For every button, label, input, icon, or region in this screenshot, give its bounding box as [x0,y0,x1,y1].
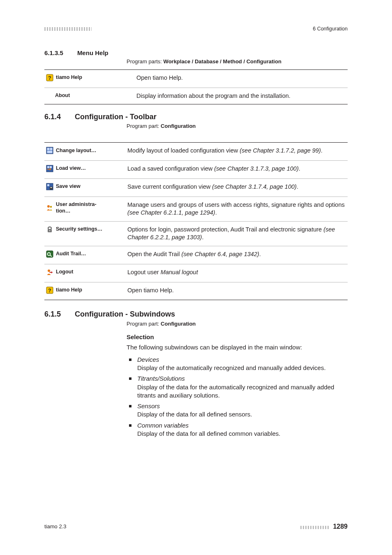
table-row: Save viewSave current configuration view… [44,178,348,197]
list-item-term: Sensors [137,402,348,410]
list-item: Titrants/SolutionsDisplay of the data fo… [136,375,348,400]
logout-icon [46,268,53,276]
toolbar-item-label: Change layout… [56,147,97,154]
list-item-term: Titrants/Solutions [137,375,348,383]
save-icon [46,183,53,190]
footer-product: tiamo 2.3 [44,523,66,530]
toolbar-item-label: Audit Trail… [56,250,86,257]
toolbar-item-desc: Open tiamo Help. [126,282,348,300]
toolbar-item-label: Security settings… [56,226,102,233]
heading-number: 6.1.5 [44,309,61,319]
toolbar-item-label: tiamo Help [56,287,82,294]
help-icon [46,287,53,294]
list-item: Common variablesDisplay of the data for … [136,421,348,438]
menu-item-desc: Open tiamo Help. [135,70,348,88]
program-part-line: Program part: Configuration [127,123,348,130]
toolbar-table: Change layout…Modify layout of loaded co… [44,143,348,300]
program-part-line: Program part: Configuration [127,320,348,328]
page-number: 1289 [333,523,348,530]
divider [44,300,348,300]
table-row: tiamo HelpOpen tiamo Help. [44,282,348,300]
menu-item-label: tiamo Help [56,74,82,81]
divider [44,104,348,104]
menu-item-label: About [55,92,70,98]
subwindow-list: DevicesDisplay of the automatically reco… [127,356,348,438]
menu-item-desc: Display information about the program an… [135,88,348,104]
table-row: Load view…Load a saved configuration vie… [44,160,348,178]
toolbar-item-desc: Open the Audit Trail (see Chapter 6.4, p… [126,246,348,264]
page-footer: tiamo 2.3 1289 [44,522,348,531]
page-header: 6 Configuration [44,25,348,32]
list-item-desc: Display of the data for all defined sens… [137,410,348,419]
program-parts-line: Program parts: Workplace / Database / Me… [127,58,348,65]
toolbar-item-desc: Logout user Manual logout [126,264,348,282]
heading-title: Menu Help [77,49,108,57]
table-row: Change layout…Modify layout of loaded co… [44,143,348,160]
table-row: User administra- tion…Manage users and g… [44,197,348,221]
table-row: Security settings…Options for login, pas… [44,221,348,246]
users-icon [46,204,53,211]
list-item: SensorsDisplay of the data for all defin… [136,402,348,419]
list-item-desc: Display of the automatically recognized … [137,364,348,372]
toolbar-item-label: Logout [56,268,73,275]
heading-615: 6.1.5 Configuration - Subwindows [44,309,348,319]
toolbar-item-desc: Modify layout of loaded configuration vi… [126,143,348,160]
header-ornament [44,27,92,31]
list-item-desc: Display of the data for all defined comm… [137,430,348,438]
heading-number: 6.1.4 [44,112,61,122]
heading-6135: 6.1.3.5 Menu Help [44,49,348,57]
table-row: tiamo Help Open tiamo Help. [44,70,348,88]
toolbar-item-desc: Options for login, password protection, … [126,221,348,246]
list-item: DevicesDisplay of the automatically reco… [136,356,348,372]
toolbar-item-desc: Save current configuration view (see Cha… [126,178,348,197]
toolbar-item-desc: Manage users and groups of users with ac… [126,197,348,221]
load-icon [46,165,53,172]
selection-heading: Selection [127,333,348,341]
heading-number: 6.1.3.5 [44,49,63,57]
list-item-term: Devices [137,356,348,364]
help-icon [46,74,53,81]
heading-614: 6.1.4 Configuration - Toolbar [44,112,348,122]
audit-icon [46,250,53,258]
toolbar-item-label: Save view [56,183,81,190]
heading-title: Configuration - Subwindows [75,309,175,319]
security-icon [46,226,53,233]
table-row: LogoutLogout user Manual logout [44,264,348,282]
footer-ornament [300,526,329,529]
header-chapter: 6 Configuration [313,25,348,32]
heading-title: Configuration - Toolbar [75,112,157,122]
toolbar-item-label: User administra- tion… [56,201,97,215]
table-row: Audit Trail…Open the Audit Trail (see Ch… [44,246,348,264]
selection-intro: The following subwindows can be displaye… [127,343,348,352]
list-item-term: Common variables [137,421,348,430]
layout-icon [46,147,53,154]
toolbar-item-desc: Load a saved configuration view (see Cha… [126,160,348,178]
help-menu-table: tiamo Help Open tiamo Help. About Displa… [44,70,348,104]
toolbar-item-label: Load view… [56,165,86,172]
list-item-desc: Display of the data for the automaticall… [137,383,348,400]
table-row: About Display information about the prog… [44,88,348,104]
